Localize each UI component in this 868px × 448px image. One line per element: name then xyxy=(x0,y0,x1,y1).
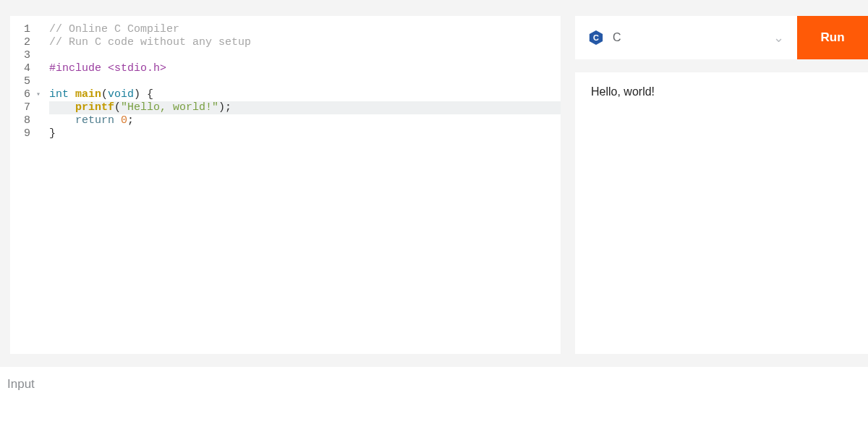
line-number: 9 xyxy=(10,127,30,140)
top-row: 123456789 // Online C Compiler// Run C c… xyxy=(0,0,868,354)
line-number: 4 xyxy=(10,62,30,75)
line-number: 3 xyxy=(10,49,30,62)
input-panel-label: Input xyxy=(7,377,861,392)
code-line[interactable] xyxy=(49,75,561,88)
editor-code-area[interactable]: // Online C Compiler// Run C code withou… xyxy=(36,16,561,354)
app-root: 123456789 // Online C Compiler// Run C c… xyxy=(0,0,868,448)
code-editor[interactable]: 123456789 // Online C Compiler// Run C c… xyxy=(10,16,561,354)
c-lang-icon: C xyxy=(588,30,604,46)
run-button[interactable]: Run xyxy=(797,16,868,59)
code-line[interactable]: return 0; xyxy=(49,114,561,127)
editor-gutter: 123456789 xyxy=(10,16,36,354)
code-line[interactable]: // Online C Compiler xyxy=(49,23,561,36)
language-selector[interactable]: C C ⌄ xyxy=(575,16,797,59)
line-number: 5 xyxy=(10,75,30,88)
input-panel[interactable]: Input xyxy=(0,367,868,448)
code-line[interactable]: } xyxy=(49,127,561,140)
language-name: C xyxy=(613,31,621,44)
line-number: 7 xyxy=(10,101,30,114)
chevron-down-icon: ⌄ xyxy=(773,30,784,46)
line-number: 1 xyxy=(10,23,30,36)
code-line[interactable] xyxy=(49,49,561,62)
code-line[interactable]: printf("Hello, world!"); xyxy=(49,101,561,114)
line-number: 8 xyxy=(10,114,30,127)
svg-text:C: C xyxy=(593,33,599,42)
code-line[interactable]: // Run C code without any setup xyxy=(49,36,561,49)
code-line[interactable]: int main(void) { xyxy=(49,88,561,101)
line-number: 2 xyxy=(10,36,30,49)
code-line[interactable]: #include <stdio.h> xyxy=(49,62,561,75)
output-panel: Hello, world! xyxy=(575,72,868,354)
line-number: 6 xyxy=(10,88,30,101)
right-column: C C ⌄ Run Hello, world! xyxy=(575,16,868,354)
output-text: Hello, world! xyxy=(591,85,655,98)
right-toolbar: C C ⌄ Run xyxy=(575,16,868,59)
